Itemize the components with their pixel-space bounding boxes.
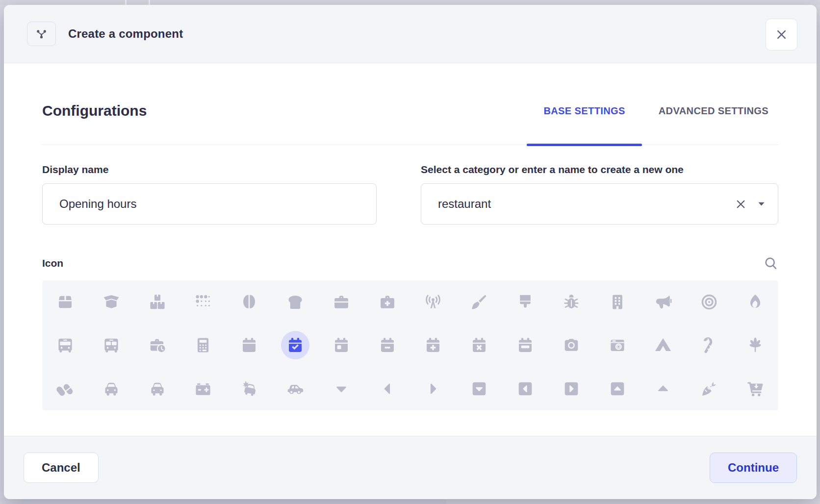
icon-broom[interactable] — [456, 280, 502, 324]
background-page-bottom — [0, 499, 820, 504]
category-select[interactable] — [421, 183, 778, 225]
icon-broadcast-tower[interactable] — [410, 280, 457, 324]
icon-calendar-day[interactable] — [318, 324, 364, 367]
icon-caret-up[interactable] — [641, 367, 687, 410]
category-input[interactable] — [421, 197, 735, 211]
icon-calendar-week[interactable] — [502, 324, 548, 367]
icon-picker-header: Icon — [42, 256, 778, 271]
icon-calendar-check[interactable] — [272, 324, 318, 367]
icon-braille[interactable] — [180, 280, 226, 324]
icon-caret-square-right[interactable] — [548, 367, 594, 410]
icon-search-button[interactable] — [764, 256, 778, 271]
icon-bullseye[interactable] — [686, 280, 732, 324]
icon-bread-slice[interactable] — [272, 280, 318, 324]
display-name-label: Display name — [42, 164, 377, 176]
icon-caret-square-down[interactable] — [456, 367, 502, 410]
icon-calculator[interactable] — [180, 324, 226, 367]
icon-caret-square-left[interactable] — [502, 367, 548, 410]
icon-burn[interactable] — [732, 280, 778, 324]
caret-down-icon[interactable] — [758, 202, 765, 206]
section-title: Configurations — [42, 102, 147, 119]
icon-grid — [42, 280, 778, 410]
component-icon-badge — [27, 22, 56, 46]
category-label: Select a category or enter a name to cre… — [421, 164, 778, 176]
icon-bus[interactable] — [42, 324, 88, 367]
close-icon — [775, 28, 788, 41]
icon-car-battery[interactable] — [180, 367, 226, 410]
modal-footer: Cancel Continue — [4, 436, 817, 499]
display-name-input-box — [42, 183, 377, 225]
icon-car-side[interactable] — [272, 367, 318, 410]
icon-brush[interactable] — [502, 280, 548, 324]
icon-calendar-minus[interactable] — [364, 324, 410, 367]
icon-bus-alt[interactable] — [88, 324, 134, 367]
modal-header: Create a component — [4, 5, 817, 63]
clear-x-icon[interactable] — [735, 198, 747, 210]
icon-campground[interactable] — [641, 324, 687, 367]
icon-caret-left[interactable] — [364, 367, 410, 410]
icon-car[interactable] — [88, 367, 134, 410]
search-icon — [764, 256, 778, 271]
continue-button[interactable]: Continue — [710, 453, 797, 483]
category-controls — [735, 198, 765, 210]
configurations-header: Configurations BASE SETTINGS ADVANCED SE… — [42, 77, 778, 145]
icon-cart-arrow-down[interactable] — [732, 367, 778, 410]
icon-candy-cane[interactable] — [686, 324, 732, 367]
icon-car-crash[interactable] — [226, 367, 272, 410]
tab-base-settings[interactable]: BASE SETTINGS — [527, 77, 641, 145]
icon-car-alt[interactable] — [134, 367, 180, 410]
background-page-top — [0, 0, 820, 5]
display-name-field: Display name — [42, 164, 377, 225]
fields-row: Display name Select a category or enter … — [42, 164, 778, 225]
icon-camera-retro[interactable] — [594, 324, 641, 367]
tabs: BASE SETTINGS ADVANCED SETTINGS — [527, 77, 778, 145]
icon-calendar-plus[interactable] — [410, 324, 457, 367]
create-component-modal: Create a component Configurations BASE S… — [4, 5, 817, 499]
icon-building[interactable] — [594, 280, 641, 324]
icon-briefcase[interactable] — [318, 280, 364, 324]
icon-caret-right[interactable] — [410, 367, 457, 410]
modal-title: Create a component — [68, 27, 183, 41]
icon-business-time[interactable] — [134, 324, 180, 367]
icon-box[interactable] — [42, 280, 88, 324]
icon-caret-down[interactable] — [318, 367, 364, 410]
background-artifact — [125, 0, 127, 5]
display-name-input[interactable] — [43, 197, 376, 211]
icon-boxes-stacked[interactable] — [134, 280, 180, 324]
icon-camera[interactable] — [548, 324, 594, 367]
icon-calendar-times[interactable] — [456, 324, 502, 367]
background-artifact — [149, 0, 150, 5]
close-button[interactable] — [766, 19, 797, 50]
branch-icon — [35, 27, 48, 41]
icon-capsules[interactable] — [42, 367, 88, 410]
category-field: Select a category or enter a name to cre… — [421, 164, 778, 225]
icon-cannabis[interactable] — [732, 324, 778, 367]
icon-carrot[interactable] — [686, 367, 732, 410]
tab-advanced-settings[interactable]: ADVANCED SETTINGS — [642, 77, 778, 145]
icon-brain[interactable] — [226, 280, 272, 324]
cancel-button[interactable]: Cancel — [24, 453, 99, 483]
icon-bug[interactable] — [548, 280, 594, 324]
icon-caret-square-up[interactable] — [594, 367, 641, 410]
background-artifact — [446, 499, 820, 504]
icon-label: Icon — [42, 257, 63, 269]
modal-body: Configurations BASE SETTINGS ADVANCED SE… — [4, 63, 817, 436]
icon-calendar[interactable] — [226, 324, 272, 367]
icon-box-open[interactable] — [88, 280, 134, 324]
icon-bullhorn[interactable] — [641, 280, 687, 324]
icon-briefcase-medical[interactable] — [364, 280, 410, 324]
